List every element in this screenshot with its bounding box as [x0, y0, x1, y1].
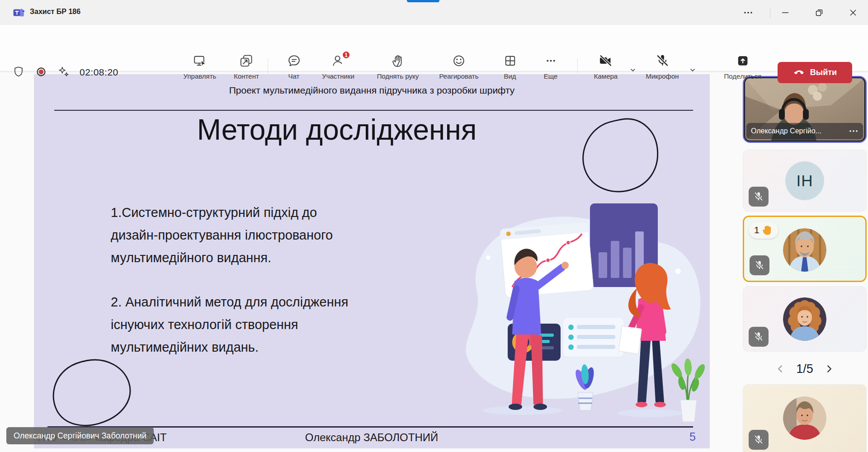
content-button[interactable]: Контент: [234, 53, 259, 80]
avatar-man-elder-image: [783, 228, 826, 272]
participants-button[interactable]: 1 Участники: [322, 53, 354, 80]
participant-tile-woman[interactable]: [743, 286, 867, 352]
chevron-right-icon: [824, 364, 834, 374]
more-button[interactable]: Еще: [543, 53, 558, 80]
mic-muted-badge: [750, 255, 769, 275]
decorative-blob-outline-top: [579, 114, 662, 200]
leave-button[interactable]: Выйти: [778, 62, 852, 83]
avatar-photo-man-red: [783, 396, 826, 440]
meeting-toolbar: 02:08:20 Управлять Контент Чат: [0, 25, 868, 71]
restore-icon: [815, 8, 824, 17]
more-dots-icon: [743, 8, 753, 18]
manage-button[interactable]: Управлять: [184, 53, 217, 80]
camera-dropdown-chevron-icon[interactable]: [629, 66, 637, 74]
raise-hand-icon: [391, 53, 406, 68]
raise-hand-button[interactable]: Поднять руку: [377, 53, 419, 80]
leave-button-label: Выйти: [810, 68, 837, 77]
speaker-name: Олександр Сергійо...: [751, 127, 821, 135]
chat-button[interactable]: Чат: [286, 53, 302, 80]
avatar-man-red-image: [783, 396, 826, 440]
react-button[interactable]: Реагировать: [439, 53, 478, 80]
name-tooltip: Олександр Сергійович Заболотний: [6, 427, 154, 444]
avatar-photo-woman: [783, 297, 826, 341]
slide-footer-center: Олександр ЗАБОЛОТНИЙ: [305, 431, 438, 444]
recording-indicator-icon: [34, 65, 48, 79]
share-content-icon: [239, 53, 254, 68]
teams-meeting-window: Захист БР 186: [0, 0, 868, 452]
microphone-off-icon: [655, 53, 670, 68]
pager-label: 1/5: [796, 362, 813, 376]
mic-off-icon: [754, 260, 765, 271]
window-title: Захист БР 186: [30, 8, 80, 16]
title-bar: Захист БР 186: [0, 0, 868, 25]
avatar-initials: ІН: [785, 161, 824, 200]
camera-button[interactable]: Камера: [594, 53, 618, 80]
teams-logo-icon: [12, 6, 25, 19]
minimize-button[interactable]: [774, 0, 797, 25]
mic-muted-badge: [749, 327, 769, 347]
raised-hand-emoji-icon: [762, 225, 773, 235]
slide-header-rule: [54, 110, 693, 111]
close-button[interactable]: [842, 0, 864, 25]
window-accent-indicator: [407, 0, 439, 2]
pager-prev-button[interactable]: [775, 364, 785, 374]
camera-off-icon: [598, 53, 613, 68]
participant-tile-man-red[interactable]: [743, 384, 867, 452]
presentation-illustration: [434, 199, 708, 423]
security-shield-icon: [12, 65, 25, 79]
more-dots-icon: [543, 53, 558, 68]
restore-button[interactable]: [808, 0, 830, 25]
speaker-name-caption: Олександр Сергійо...: [746, 123, 863, 139]
avatar-photo-man-elder: [783, 228, 826, 272]
share-tray-icon: [736, 53, 750, 68]
titlebar-more-button[interactable]: [737, 0, 760, 25]
screen-control-icon: [192, 53, 207, 68]
toolbar-divider: [577, 58, 578, 82]
slide-paragraph-2: 2. Аналітичний метод для дослідження існ…: [111, 291, 348, 358]
slide-paragraph-1: 1.Системно-структурний підхід до дизайн-…: [111, 201, 333, 269]
tile-more-icon[interactable]: [849, 126, 859, 136]
participant-tile-raised-hand[interactable]: 1: [743, 216, 867, 282]
mic-off-icon: [753, 191, 764, 202]
raised-hand-count: 1: [754, 225, 760, 235]
chevron-left-icon: [775, 364, 785, 374]
mic-muted-badge: [749, 187, 769, 207]
mic-off-icon: [753, 434, 764, 445]
slide-header-text: Проект мультимедійного видання підручник…: [34, 85, 710, 96]
speaker-video: Олександр Сергійо...: [745, 78, 864, 141]
participants-badge: 1: [342, 51, 350, 59]
participants-pager: 1/5: [743, 359, 867, 378]
slide-page-number: 5: [689, 430, 696, 443]
decorative-blob-outline-bottom: [49, 356, 137, 431]
avatar-woman-image: [783, 297, 826, 341]
titlebar-divider: [770, 7, 770, 18]
mic-off-icon: [753, 331, 764, 342]
slide-title: Методи дослідження: [34, 113, 640, 146]
pager-next-button[interactable]: [824, 364, 834, 374]
view-grid-icon: [503, 53, 518, 68]
share-button[interactable]: Поделиться: [724, 53, 762, 80]
minimize-icon: [781, 8, 790, 17]
shared-slide: Проект мультимедійного видання підручник…: [34, 74, 710, 448]
microphone-dropdown-chevron-icon[interactable]: [689, 66, 696, 74]
participant-tile-speaker[interactable]: Олександр Сергійо...: [743, 76, 867, 143]
raised-hand-pill: 1: [749, 221, 778, 239]
chat-icon: [287, 53, 302, 68]
close-icon: [849, 8, 858, 17]
react-smile-icon: [451, 53, 466, 68]
view-button[interactable]: Вид: [502, 53, 518, 80]
mic-muted-badge: [749, 430, 769, 450]
hangup-phone-icon: [793, 66, 806, 79]
participants-panel: Олександр Сергійо... ІН: [743, 71, 867, 452]
copilot-sparkle-icon: [57, 65, 71, 79]
participant-tile-initials[interactable]: ІН: [743, 150, 867, 212]
microphone-button[interactable]: Микрофон: [646, 53, 679, 80]
meeting-timer: 02:08:20: [80, 67, 118, 78]
toolbar-divider: [268, 58, 268, 82]
